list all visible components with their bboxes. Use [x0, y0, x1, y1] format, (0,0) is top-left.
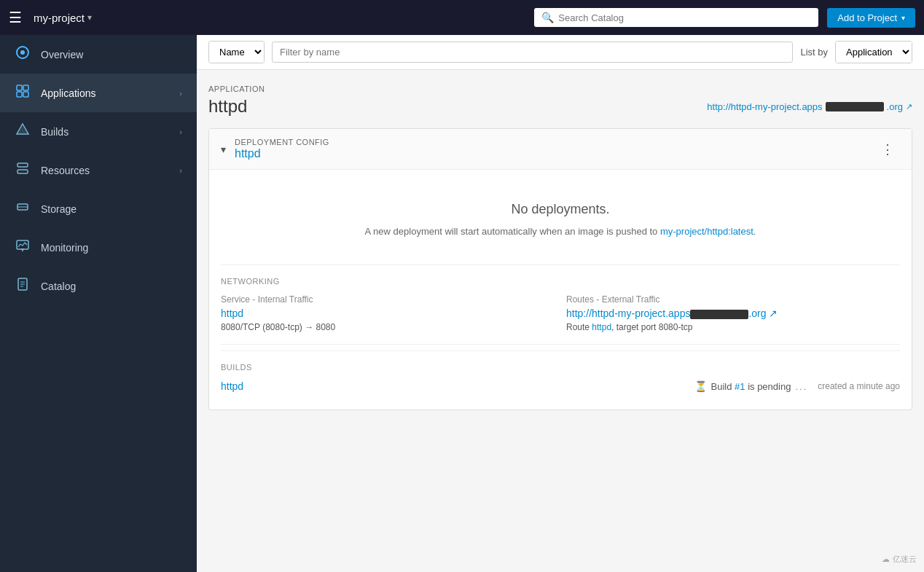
resources-icon — [15, 161, 31, 179]
builds-link[interactable]: httpd — [221, 380, 243, 392]
main-content: Name List by Application APPLICATION htt… — [197, 35, 924, 572]
internal-port-text: 8080/TCP (8080-tcp) → 8080 — [221, 322, 555, 332]
topbar: ☰ my-project ▾ 🔍 Add to Project ▾ — [0, 0, 924, 35]
networking-section-label: NETWORKING — [221, 265, 900, 286]
content-area: APPLICATION httpd http://httpd-my-projec… — [197, 70, 924, 572]
networking-divider — [221, 344, 900, 345]
sidebar-resources-chevron-icon: › — [179, 166, 182, 175]
sidebar-item-overview[interactable]: Overview — [0, 35, 197, 74]
sidebar-item-label: Catalog — [41, 281, 182, 292]
card-collapse-chevron-icon[interactable]: ▾ — [221, 144, 226, 155]
add-to-project-chevron-icon: ▾ — [901, 14, 905, 22]
app-url-link[interactable]: http://httpd-my-project.apps.org ↗ — [707, 101, 912, 112]
external-url-icon: ↗ — [769, 307, 778, 319]
project-chevron-icon[interactable]: ▾ — [87, 12, 92, 23]
list-by-select[interactable]: Application — [836, 42, 912, 63]
filter-by-select[interactable]: Name — [209, 42, 264, 63]
no-deployments-title: No deployments. — [221, 202, 900, 217]
internal-traffic-label: Service - Internal Traffic — [221, 294, 555, 305]
networking-grid: Service - Internal Traffic httpd 8080/TC… — [221, 294, 900, 332]
sidebar-item-catalog[interactable]: Catalog — [0, 267, 197, 305]
route-text: Route httpd, target port 8080-tcp — [566, 322, 900, 332]
project-name: my-project — [34, 12, 85, 24]
catalog-icon — [15, 277, 31, 295]
sidebar-item-builds[interactable]: Builds › — [0, 112, 197, 151]
card-header-info: DEPLOYMENT CONFIG httpd — [235, 138, 875, 160]
filter-select-wrapper: Name — [208, 41, 265, 63]
card-kebab-menu-icon[interactable]: ⋮ — [875, 140, 900, 159]
external-url-redacted — [690, 310, 748, 319]
add-to-project-button[interactable]: Add to Project ▾ — [827, 8, 915, 28]
svg-point-1 — [20, 50, 25, 55]
sidebar-item-label: Overview — [41, 49, 182, 60]
sidebar-item-storage[interactable]: Storage — [0, 189, 197, 228]
internal-traffic-link[interactable]: httpd — [221, 307, 555, 319]
list-by-label: List by — [800, 47, 828, 58]
external-traffic-label: Routes - External Traffic — [566, 294, 900, 305]
external-traffic-link[interactable]: http://httpd-my-project.apps.org ↗ — [566, 307, 900, 319]
storage-icon — [15, 200, 31, 218]
route-prefix: Route — [566, 322, 592, 332]
external-traffic-col: Routes - External Traffic http://httpd-m… — [566, 294, 900, 332]
watermark-icon: ☁ — [882, 555, 890, 564]
builds-hourglass-icon: ⏳ — [694, 380, 707, 392]
card-header[interactable]: ▾ DEPLOYMENT CONFIG httpd ⋮ — [209, 129, 912, 170]
app-url-prefix: http://httpd-my-project.apps — [707, 101, 822, 112]
svg-rect-3 — [23, 85, 28, 90]
no-deployments-description: A new deployment will start automaticall… — [221, 226, 900, 237]
search-input[interactable] — [558, 12, 811, 23]
watermark: ☁ 亿迷云 — [882, 554, 917, 565]
list-by-select-wrapper: Application — [835, 41, 912, 63]
search-bar: 🔍 — [534, 8, 818, 27]
add-to-project-label: Add to Project — [837, 12, 897, 23]
route-suffix: , target port 8080-tcp — [611, 322, 692, 332]
application-section-label: APPLICATION — [208, 85, 912, 93]
filter-bar: Name List by Application — [197, 35, 924, 70]
app-url-redacted — [826, 102, 884, 111]
route-link[interactable]: httpd — [592, 322, 611, 332]
sidebar: Overview Applications › Builds — [0, 35, 197, 572]
no-deployments-project-link[interactable]: my-project/httpd:latest — [660, 226, 753, 237]
builds-status: ⏳ Build #1 is pending ... created a minu… — [694, 380, 900, 392]
hamburger-menu-icon[interactable]: ☰ — [9, 9, 22, 26]
filter-name-input[interactable] — [272, 42, 793, 63]
sidebar-item-label: Applications — [41, 87, 169, 99]
no-deployments-desc-suffix: . — [753, 226, 756, 237]
applications-icon — [15, 84, 31, 102]
app-url-suffix: .org — [887, 101, 903, 112]
app-title: httpd — [208, 96, 247, 117]
builds-row: httpd ⏳ Build #1 is pending ... created … — [221, 380, 900, 392]
application-title-row: httpd http://httpd-my-project.apps.org ↗ — [208, 96, 912, 117]
no-deployments-section: No deployments. A new deployment will st… — [221, 187, 900, 259]
builds-icon — [15, 122, 31, 141]
builds-status-text: Build #1 is pending — [711, 381, 791, 392]
sidebar-applications-chevron-icon: › — [179, 89, 182, 98]
builds-number-link[interactable]: #1 — [735, 381, 745, 392]
overview-icon — [15, 45, 31, 63]
monitoring-icon — [15, 238, 31, 256]
sidebar-item-monitoring[interactable]: Monitoring — [0, 228, 197, 267]
builds-section-label: BUILDS — [221, 350, 900, 372]
builds-status-prefix: Build — [711, 381, 735, 392]
search-icon: 🔍 — [541, 12, 554, 23]
svg-rect-2 — [17, 85, 22, 90]
sidebar-item-label: Storage — [41, 203, 182, 215]
svg-rect-5 — [23, 92, 28, 97]
external-link-icon: ↗ — [906, 102, 912, 111]
deployment-config-name: httpd — [235, 147, 875, 160]
builds-pending-dots: ... — [795, 381, 807, 392]
main-layout: Overview Applications › Builds — [0, 35, 924, 572]
sidebar-item-applications[interactable]: Applications › — [0, 74, 197, 112]
sidebar-builds-chevron-icon: › — [179, 128, 182, 136]
sidebar-item-label: Resources — [41, 165, 169, 176]
builds-section: BUILDS httpd ⏳ Build #1 is pending ... c… — [221, 350, 900, 392]
internal-traffic-col: Service - Internal Traffic httpd 8080/TC… — [221, 294, 555, 332]
no-deployments-desc-prefix: A new deployment will start automaticall… — [365, 226, 660, 237]
watermark-text: 亿迷云 — [893, 554, 917, 565]
external-url-prefix: http://httpd-my-project.apps — [566, 307, 690, 319]
sidebar-item-resources[interactable]: Resources › — [0, 151, 197, 189]
svg-rect-8 — [17, 163, 28, 167]
deployment-config-label: DEPLOYMENT CONFIG — [235, 138, 875, 146]
deployment-config-card: ▾ DEPLOYMENT CONFIG httpd ⋮ No deploymen… — [208, 128, 912, 410]
builds-time: created a minute ago — [818, 381, 900, 391]
